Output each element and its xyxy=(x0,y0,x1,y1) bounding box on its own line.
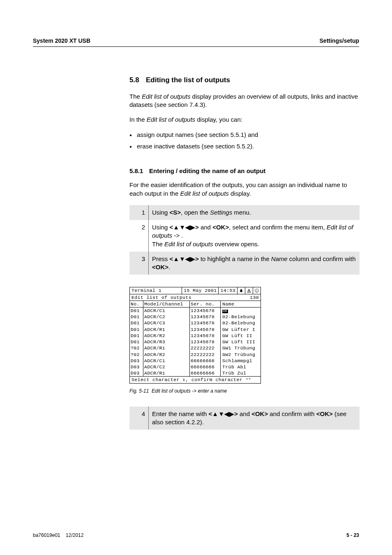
figure-caption: Fig. 5-11 Edit list of outputs -> enter … xyxy=(129,388,360,394)
subsection-number: 5.8.1 xyxy=(129,167,149,175)
lcd-screen: Terminal 1 15 May 2001 14:53 i Edit list… xyxy=(129,287,261,383)
step-row: 4Enter the name with <▲▼◀▶> and <OK> and… xyxy=(129,407,360,430)
screen-row: D03ADCR/R166666666Trüb Zul xyxy=(130,370,261,376)
figure-label: Fig. 5-11 xyxy=(129,388,149,394)
cell-model: ADCR/C2 xyxy=(143,364,190,370)
cell-no: D01 xyxy=(130,314,143,320)
device-screenshot: Terminal 1 15 May 2001 14:53 i Edit list… xyxy=(129,287,360,394)
screen-time: 14:53 xyxy=(219,287,238,294)
col-model-header: Model/Channel xyxy=(143,301,190,307)
cell-model: ADCR/R1 xyxy=(143,326,190,333)
section-number: 5.8 xyxy=(129,76,146,85)
italic-term: Edit list of outputs xyxy=(180,190,228,197)
step-text: Press <▲▼◀▶> to highlight a name in the … xyxy=(149,252,360,275)
header-right: Settings/setup xyxy=(320,37,359,45)
cell-name: OK xyxy=(221,308,261,314)
cell-model: ADCR/R2 xyxy=(143,352,190,358)
cell-no: D03 xyxy=(130,358,143,364)
cell-no: D01 xyxy=(130,326,143,333)
step-row: 2Using <▲▼◀▶> and <OK>, select and confi… xyxy=(129,220,360,252)
screen-row: D01ADCR/C21234567802-Belebung xyxy=(130,314,261,320)
step-text: Using <S>, open the Settings menu. xyxy=(149,205,360,220)
cell-model: ADCR/C1 xyxy=(143,358,190,364)
italic-term: Edit list of outputs xyxy=(147,116,195,123)
screen-status-bar: Terminal 1 15 May 2001 14:53 i xyxy=(130,287,261,294)
figure-text: Edit list of outputs -> enter a name xyxy=(152,388,227,394)
section-title: Editing the list of outputs xyxy=(146,76,230,84)
screen-page-number: 130 xyxy=(250,295,259,300)
header-left: System 2020 XT USB xyxy=(33,37,90,45)
step-number: 3 xyxy=(129,252,149,275)
cell-name: GW Lüfter I xyxy=(221,326,261,333)
screen-subtitle: Edit list of outputs xyxy=(131,295,191,300)
step-row: 1Using <S>, open the Settings menu. xyxy=(129,205,360,220)
cell-model: ADCR/C1 xyxy=(143,308,190,314)
step-number: 4 xyxy=(129,407,149,430)
cell-serial: 12345678 xyxy=(190,326,221,333)
cell-no: D01 xyxy=(130,333,143,339)
screen-row: D03ADCR/C166666666Schlammpgl xyxy=(130,358,261,364)
text-cursor: OK xyxy=(222,310,228,313)
cell-serial: 22222222 xyxy=(190,345,221,351)
cell-serial: 66666666 xyxy=(190,370,221,376)
subsection-title: Entering / editing the name of an output xyxy=(149,167,265,174)
screen-table-body: D01ADCR/C112345678OKD01ADCR/C21234567802… xyxy=(130,308,261,376)
cell-name: GW Lüft II xyxy=(221,333,261,339)
doc-date: 12/2012 xyxy=(66,532,83,538)
bell-icon xyxy=(238,287,245,294)
cell-name: GW2 Trübung xyxy=(221,352,261,358)
svg-text:i: i xyxy=(256,289,257,292)
cell-model: ADCR/R1 xyxy=(143,370,190,376)
subsection-heading: 5.8.1Entering / editing the name of an o… xyxy=(129,167,360,175)
bullet-item: erase inactive datasets (see section 5.5… xyxy=(129,142,360,150)
screen-row: D01ADCR/C112345678OK xyxy=(130,308,261,314)
cell-name: 02-Belebung xyxy=(221,320,261,326)
text: In the xyxy=(129,116,147,123)
screen-row: D03ADCR/C266666666Trüb Abl xyxy=(130,364,261,370)
text: display, you can: xyxy=(195,116,242,123)
page-footer: ba76019e01 12/2012 5 - 23 xyxy=(33,532,359,539)
screen-row: D01ADCR/C31234567802-Belebung xyxy=(130,320,261,326)
page: System 2020 XT USB Settings/setup 5.8Edi… xyxy=(0,0,392,555)
text: The xyxy=(129,93,142,100)
cell-serial: 12345678 xyxy=(190,339,221,345)
cell-model: ADCR/C3 xyxy=(143,320,190,326)
cell-serial: 22222222 xyxy=(190,352,221,358)
bullet-list: assign output names (see section 5.5.1) … xyxy=(129,131,360,151)
cell-serial: 66666666 xyxy=(190,364,221,370)
screen-footer-hint: Select character ⇕, confirm character ᵒᵏ xyxy=(130,376,261,383)
intro-paragraph-2: In the Edit list of outputs display, you… xyxy=(129,116,360,124)
step-text: Enter the name with <▲▼◀▶> and <OK> and … xyxy=(149,407,360,430)
screen-table-header: No. Model/Channel Ser. no. Name xyxy=(130,301,261,308)
content-column: 5.8Editing the list of outputs The Edit … xyxy=(129,76,360,430)
cell-model: ADCR/R2 xyxy=(143,333,190,339)
cell-no: D01 xyxy=(130,308,143,314)
cell-no: D01 xyxy=(130,320,143,326)
cell-no: D03 xyxy=(130,364,143,370)
cell-name: GW1 Trübung xyxy=(221,345,261,351)
steps-table-1: 1Using <S>, open the Settings menu.2Usin… xyxy=(129,205,360,275)
text: display. xyxy=(229,190,251,197)
screen-date: 15 May 2001 xyxy=(182,287,219,294)
doc-id: ba76019e01 xyxy=(33,532,60,538)
info-icon: i xyxy=(253,287,261,294)
col-ser-header: Ser. no. xyxy=(190,301,221,307)
cell-serial: 12345678 xyxy=(190,308,221,314)
cell-name: Trüb Abl xyxy=(221,364,261,370)
cell-no: D03 xyxy=(130,370,143,376)
col-no-header: No. xyxy=(130,301,143,307)
bullet-item: assign output names (see section 5.5.1) … xyxy=(129,131,360,139)
cell-model: ADCR/C2 xyxy=(143,314,190,320)
cell-name: 02-Belebung xyxy=(221,314,261,320)
screen-row: D01ADCR/R312345678GW Lüft III xyxy=(130,339,261,345)
screen-row: ?02ADCR/R222222222GW2 Trübung xyxy=(130,352,261,358)
warning-icon xyxy=(245,287,253,294)
intro-paragraph-1: The Edit list of outputs display provide… xyxy=(129,92,360,109)
cell-name: Trüb Zul xyxy=(221,370,261,376)
step-row: 3Press <▲▼◀▶> to highlight a name in the… xyxy=(129,252,360,275)
cell-serial: 12345678 xyxy=(190,320,221,326)
footer-left: ba76019e01 12/2012 xyxy=(33,532,83,539)
cell-serial: 12345678 xyxy=(190,333,221,339)
cell-model: ADCR/R1 xyxy=(143,345,190,351)
cell-name: GW Lüft III xyxy=(221,339,261,345)
